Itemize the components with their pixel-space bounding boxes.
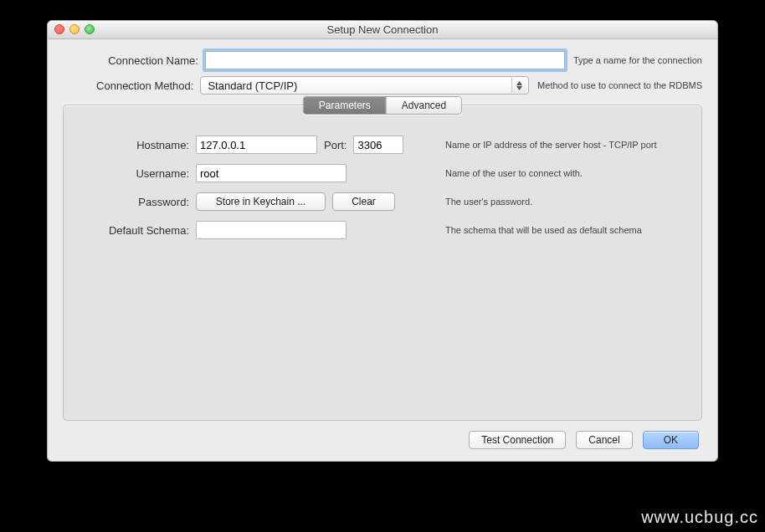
connection-method-hint: Method to use to connect to the RDBMS: [537, 80, 702, 90]
connection-name-label: Connection Name:: [63, 54, 205, 67]
store-keychain-button[interactable]: Store in Keychain ...: [196, 192, 326, 211]
minimize-window-button[interactable]: [69, 24, 80, 34]
connection-method-label: Connection Method:: [63, 79, 200, 92]
tab-parameters[interactable]: Parameters: [304, 97, 387, 114]
watermark-text: www.ucbug.cc: [641, 508, 758, 527]
hostname-label: Hostname:: [79, 139, 196, 151]
port-input[interactable]: [353, 136, 403, 154]
dialog-footer: Test Connection Cancel OK: [63, 421, 702, 449]
zoom-window-button[interactable]: [85, 24, 95, 34]
username-hint: Name of the user to connect with.: [445, 168, 686, 178]
password-label: Password:: [79, 196, 196, 208]
parameters-panel: Parameters Advanced Hostname: Port: Name…: [63, 105, 702, 421]
username-input[interactable]: [196, 164, 347, 182]
default-schema-label: Default Schema:: [79, 224, 196, 237]
close-window-button[interactable]: [54, 24, 64, 34]
window-title: Setup New Connection: [327, 23, 439, 36]
tabs: Parameters Advanced: [303, 96, 462, 115]
setup-connection-window: Setup New Connection Connection Name: Ty…: [47, 20, 718, 462]
port-label: Port:: [324, 139, 347, 151]
default-schema-input[interactable]: [196, 221, 347, 239]
username-label: Username:: [79, 167, 196, 180]
test-connection-button[interactable]: Test Connection: [469, 431, 566, 449]
connection-method-value: Standard (TCP/IP): [208, 79, 297, 92]
cancel-button[interactable]: Cancel: [576, 431, 632, 449]
clear-password-button[interactable]: Clear: [332, 192, 395, 211]
titlebar: Setup New Connection: [48, 21, 717, 39]
connection-method-select[interactable]: Standard (TCP/IP): [200, 76, 529, 95]
connection-name-input[interactable]: [205, 51, 565, 69]
connection-name-hint: Type a name for the connection: [573, 55, 702, 65]
select-arrows-icon: [511, 78, 526, 93]
hostname-input[interactable]: [196, 136, 317, 154]
traffic-lights: [54, 24, 95, 34]
tab-advanced[interactable]: Advanced: [387, 97, 461, 114]
password-hint: The user's password.: [445, 197, 686, 207]
hostname-hint: Name or IP address of the server host - …: [445, 140, 686, 150]
default-schema-hint: The schema that will be used as default …: [445, 225, 686, 235]
ok-button[interactable]: OK: [643, 431, 699, 449]
